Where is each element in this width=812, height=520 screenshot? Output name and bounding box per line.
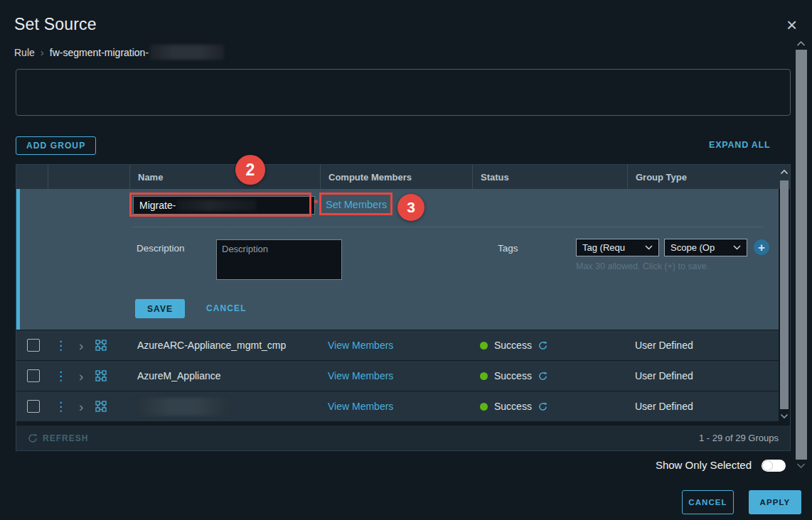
group-type-icon [95, 340, 107, 351]
breadcrumb-separator-icon: › [35, 46, 50, 58]
groups-table: Name Compute Members Status Group Type M… [16, 164, 791, 451]
table-header-row: Name Compute Members Status Group Type [16, 165, 790, 189]
group-editor-row: Migrate- * Set Members Description Tags … [16, 189, 779, 330]
tag-dropdown-value: Tag (Requ [582, 242, 625, 253]
group-type: User Defined [627, 361, 779, 391]
status-success-dot [480, 403, 488, 411]
group-name-value: Migrate- [139, 200, 176, 211]
save-button[interactable]: SAVE [135, 299, 185, 318]
redacted-text [177, 200, 257, 211]
group-type-icon [95, 370, 107, 381]
status-text: Success [494, 370, 532, 381]
refresh-label: REFRESH [43, 433, 88, 443]
description-textarea[interactable] [216, 239, 342, 280]
group-type: User Defined [627, 330, 779, 360]
view-members-link[interactable]: View Members [328, 401, 393, 412]
apply-button[interactable]: APPLY [749, 490, 801, 514]
editor-divider [133, 227, 763, 227]
dialog-scrollbar-thumb[interactable] [796, 50, 807, 460]
dialog-scroll-up-icon[interactable] [796, 40, 806, 47]
header-actions-column [48, 165, 129, 189]
view-members-link[interactable]: View Members [328, 340, 393, 351]
show-only-selected-label: Show Only Selected [656, 459, 752, 471]
row-checkbox[interactable] [27, 400, 40, 413]
column-header-name[interactable]: Name [129, 165, 320, 189]
breadcrumb: Rule › fw-segment-migration- [14, 45, 224, 60]
cancel-button[interactable]: CANCEL [682, 490, 734, 514]
refresh-status-icon[interactable] [538, 341, 547, 350]
breadcrumb-rule-link[interactable]: Rule [14, 47, 35, 58]
group-type: User Defined [627, 391, 779, 421]
scroll-up-icon[interactable] [780, 169, 789, 175]
status-text: Success [494, 340, 532, 351]
header-checkbox-column [16, 165, 48, 189]
redacted-text [137, 398, 228, 416]
selected-groups-panel [16, 69, 791, 116]
refresh-button[interactable]: REFRESH [28, 433, 88, 443]
scope-dropdown-value: Scope (Op [671, 242, 715, 253]
group-name: AzureARC-Appliance_mgmt_cmp [129, 330, 320, 360]
tags-hint-text: Max 30 allowed. Click (+) to save. [576, 261, 709, 271]
add-tag-button[interactable]: + [754, 239, 769, 255]
breadcrumb-current: fw-segment-migration- [50, 47, 149, 58]
tag-dropdown[interactable]: Tag (Requ [576, 239, 659, 256]
column-header-group-type[interactable]: Group Type [627, 165, 790, 189]
chevron-down-icon [733, 245, 741, 250]
tags-label: Tags [498, 243, 518, 254]
row-expand-icon[interactable]: › [79, 369, 83, 383]
column-header-compute-members[interactable]: Compute Members [320, 165, 472, 189]
table-scrollbar[interactable] [779, 165, 790, 423]
add-group-button[interactable]: ADD GROUP [16, 136, 96, 155]
status-success-dot [480, 342, 488, 350]
group-type-icon [95, 401, 107, 412]
show-only-selected-toggle[interactable] [762, 460, 786, 472]
table-row: ⋮ › AzureM_Appliance View Members Succes… [16, 360, 779, 391]
chevron-down-icon [645, 245, 653, 250]
refresh-icon [28, 433, 38, 443]
scroll-down-icon[interactable] [780, 413, 789, 419]
view-members-link[interactable]: View Members [328, 370, 393, 381]
row-menu-icon[interactable]: ⋮ [55, 370, 67, 382]
table-footer: REFRESH 1 - 29 of 29 Groups [16, 425, 790, 450]
row-expand-icon[interactable]: › [79, 400, 83, 413]
page-title: Set Source [14, 15, 97, 34]
status-success-dot [480, 372, 488, 380]
row-menu-icon[interactable]: ⋮ [55, 340, 67, 352]
toggle-knob [762, 460, 773, 471]
redacted-text [150, 45, 224, 60]
row-checkbox[interactable] [27, 339, 40, 352]
editor-cancel-button[interactable]: CANCEL [206, 303, 247, 313]
table-row: ⋮ › View Members Success User Defined [16, 391, 779, 421]
row-menu-icon[interactable]: ⋮ [55, 401, 67, 413]
row-range: 1 - 29 of 29 Groups [699, 433, 779, 443]
group-name: AzureM_Appliance [129, 361, 320, 391]
row-checkbox[interactable] [27, 369, 40, 382]
set-members-link[interactable]: Set Members [326, 199, 387, 210]
group-name-input[interactable]: Migrate- [133, 196, 315, 215]
refresh-status-icon[interactable] [538, 372, 547, 381]
close-icon[interactable]: × [786, 16, 797, 34]
set-source-dialog: Set Source × Rule › fw-segment-migration… [0, 0, 812, 520]
selected-row-indicator [16, 189, 20, 330]
row-expand-icon[interactable]: › [79, 339, 83, 352]
column-header-status[interactable]: Status [472, 165, 627, 189]
scope-dropdown[interactable]: Scope (Op [664, 239, 747, 256]
dialog-scroll-down-icon[interactable] [796, 462, 806, 469]
required-asterisk: * [314, 197, 318, 209]
status-text: Success [494, 401, 532, 412]
description-label: Description [137, 243, 185, 254]
table-scrollbar-thumb[interactable] [780, 180, 789, 409]
table-row: ⋮ › AzureARC-Appliance_mgmt_cmp View Mem… [16, 330, 779, 360]
refresh-status-icon[interactable] [538, 402, 547, 411]
expand-all-link[interactable]: EXPAND ALL [709, 140, 770, 150]
